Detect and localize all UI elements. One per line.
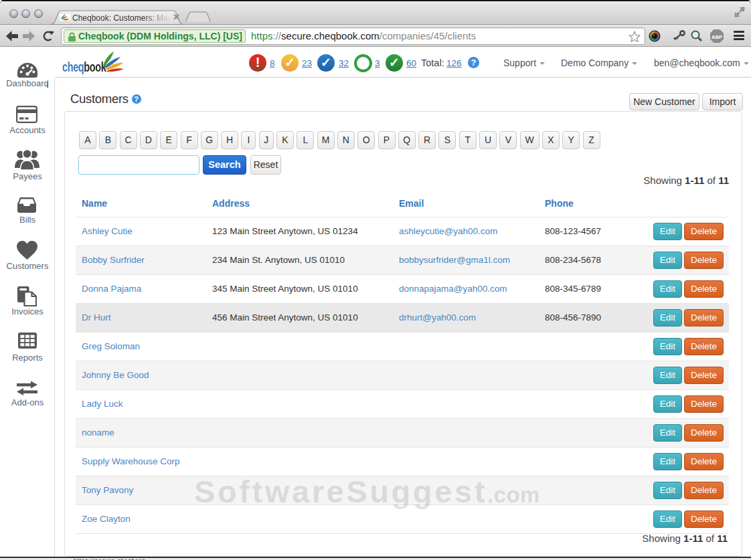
svg-text:ABP: ABP — [712, 34, 722, 40]
